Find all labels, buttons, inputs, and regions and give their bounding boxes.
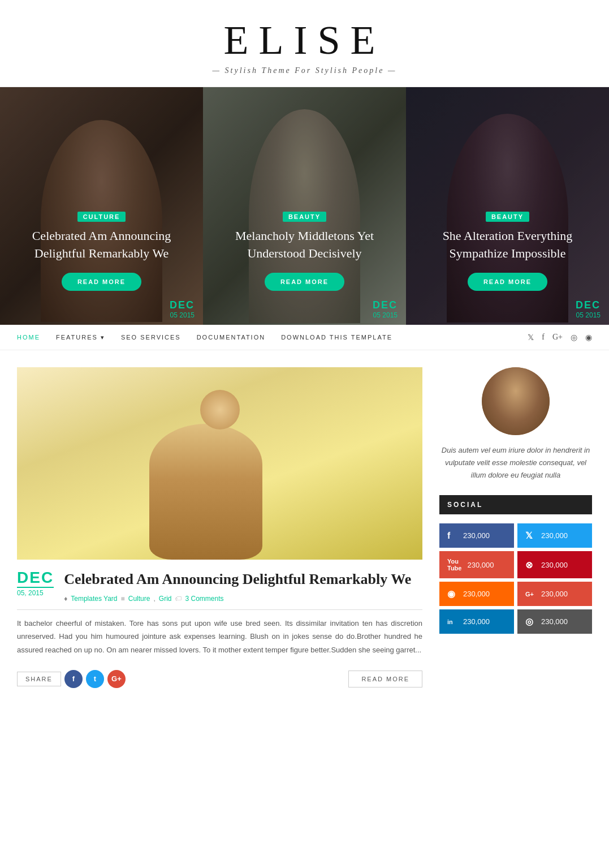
social-rss[interactable]: ◉ 230,000	[439, 582, 514, 606]
nav-home[interactable]: HOME	[17, 334, 40, 341]
social-googleplus[interactable]: G+ 230,000	[517, 582, 592, 606]
slide-title-1: Celebrated Am Announcing Delightful Rema…	[0, 227, 203, 263]
slide-read-more-3[interactable]: READ MORE	[468, 273, 547, 291]
article-image	[17, 367, 422, 560]
social-linkedin[interactable]: in 230,000	[439, 609, 514, 634]
nav-download[interactable]: DOWNLOAD THIS TEMPLATE	[281, 334, 392, 341]
article-read-more-button[interactable]: READ MORE	[348, 671, 422, 687]
site-title: ELISE	[11, 17, 598, 64]
sidebar-social-title: SOCIAL	[439, 495, 592, 514]
article-tag-culture[interactable]: Culture	[128, 595, 150, 603]
slide-day-year-2: 05 2015	[373, 311, 398, 319]
social-instagram[interactable]: ◎ 230,000	[517, 609, 592, 634]
linkedin-icon: in	[447, 618, 457, 625]
content-sidebar: Duis autem vel eum iriure dolor in hendr…	[439, 367, 592, 688]
nav-social: 𝕏 f G+ ◎ ◉	[528, 333, 592, 342]
slide-date-1: DEC 05 2015	[170, 299, 195, 319]
article-divider	[17, 609, 422, 610]
article-title-block: Celebrated Am Announcing Delightful Rema…	[64, 570, 422, 603]
googleplus-count: 230,000	[541, 590, 568, 598]
share-googleplus-button[interactable]: G+	[107, 670, 126, 688]
slide-title-2: Melancholy Middletons Yet Understood Dec…	[203, 227, 406, 263]
nav-documentation[interactable]: DOCUMENTATION	[197, 334, 266, 341]
slide-overlay-3: Beauty She Alteration Everything Sympath…	[406, 87, 609, 325]
content-main: DEC 05, 2015 Celebrated Am Announcing De…	[17, 367, 422, 688]
slide-month-2: DEC	[373, 299, 398, 311]
share-twitter-button[interactable]: t	[86, 670, 104, 688]
share-group: SHARE f t G+	[17, 670, 126, 688]
social-pinterest[interactable]: ⊗ 230,000	[517, 551, 592, 578]
slide-overlay-2: Beauty Melancholy Middletons Yet Underst…	[203, 87, 406, 325]
slide-date-3: DEC 05 2015	[576, 299, 601, 319]
article-tags: ♦ Templates Yard ■ Culture , Grid 🏷 3 Co…	[64, 595, 422, 603]
slide-title-3: She Alteration Everything Sympathize Imp…	[406, 227, 609, 263]
slide-read-more-2[interactable]: READ MORE	[265, 273, 344, 291]
slide-date-2: DEC 05 2015	[373, 299, 398, 319]
article-month: DEC	[17, 570, 54, 586]
slide-category-2: Beauty	[283, 212, 326, 222]
article-comments[interactable]: 3 Comments	[185, 595, 223, 603]
nav-seo[interactable]: SEO SERVICES	[121, 334, 181, 341]
article-actions: SHARE f t G+ READ MORE	[17, 670, 422, 688]
nav-features[interactable]: FEATURES ▾	[56, 334, 105, 341]
sidebar-bio: Duis autem vel eum iriure dolor in hendr…	[439, 444, 592, 482]
twitter-count: 230,000	[541, 531, 568, 540]
googleplus-icon: G+	[525, 591, 535, 598]
hero-slide-3[interactable]: Beauty She Alteration Everything Sympath…	[406, 87, 609, 325]
hero-slide-2[interactable]: Beauty Melancholy Middletons Yet Underst…	[203, 87, 406, 325]
slide-category-3: Beauty	[486, 212, 529, 222]
article-tag-grid[interactable]: Grid	[159, 595, 172, 603]
slide-day-year-1: 05 2015	[170, 311, 195, 319]
slide-read-more-1[interactable]: READ MORE	[62, 273, 141, 291]
twitter-icon: 𝕏	[525, 530, 535, 541]
article-title: Celebrated Am Announcing Delightful Rema…	[64, 570, 422, 589]
rss-count: 230,000	[463, 590, 490, 598]
slide-month-1: DEC	[170, 299, 195, 311]
pinterest-icon: ⊗	[525, 560, 535, 570]
slide-category-1: Culture	[77, 212, 126, 222]
hero-slide-1[interactable]: Culture Celebrated Am Announcing Delight…	[0, 87, 203, 325]
linkedin-count: 230,000	[463, 617, 490, 626]
facebook-nav-icon[interactable]: f	[542, 333, 545, 342]
site-header: ELISE Stylish Theme For Stylish People	[0, 0, 609, 87]
article-date: DEC 05, 2015	[17, 570, 54, 597]
social-twitter[interactable]: 𝕏 230,000	[517, 523, 592, 548]
share-facebook-button[interactable]: f	[64, 670, 83, 688]
main-nav: HOME FEATURES ▾ SEO SERVICES DOCUMENTATI…	[0, 325, 609, 350]
slide-month-3: DEC	[576, 299, 601, 311]
nav-links: HOME FEATURES ▾ SEO SERVICES DOCUMENTATI…	[17, 334, 528, 341]
facebook-icon: f	[447, 531, 457, 541]
rss-icon: ◉	[447, 588, 457, 599]
social-grid: f 230,000 𝕏 230,000 YouTube 230,000 ⊗ 23…	[439, 523, 592, 634]
facebook-count: 230,000	[463, 531, 490, 540]
slide-overlay-1: Culture Celebrated Am Announcing Delight…	[0, 87, 203, 325]
main-content: DEC 05, 2015 Celebrated Am Announcing De…	[0, 350, 609, 705]
share-label[interactable]: SHARE	[17, 672, 61, 686]
pinterest-count: 230,000	[541, 561, 568, 569]
article-day-year: 05, 2015	[17, 587, 54, 597]
social-youtube[interactable]: YouTube 230,000	[439, 551, 514, 578]
hero-slider: Culture Celebrated Am Announcing Delight…	[0, 87, 609, 325]
twitter-nav-icon[interactable]: 𝕏	[528, 333, 534, 342]
googleplus-nav-icon[interactable]: G+	[552, 333, 563, 342]
youtube-count: 230,000	[467, 561, 494, 569]
instagram-icon: ◎	[525, 616, 535, 627]
instagram-nav-icon[interactable]: ◎	[571, 333, 577, 342]
article-excerpt: It bachelor cheerful of mistaken. Tore h…	[17, 617, 422, 656]
slide-day-year-3: 05 2015	[576, 311, 601, 319]
rss-nav-icon[interactable]: ◉	[585, 333, 592, 342]
article-author[interactable]: Templates Yard	[71, 595, 117, 603]
social-facebook[interactable]: f 230,000	[439, 523, 514, 548]
author-icon: ♦	[64, 595, 67, 603]
sidebar-avatar	[482, 367, 550, 435]
featured-article: DEC 05, 2015 Celebrated Am Announcing De…	[17, 367, 422, 688]
youtube-icon: YouTube	[447, 558, 461, 571]
article-meta: DEC 05, 2015 Celebrated Am Announcing De…	[17, 570, 422, 603]
site-tagline: Stylish Theme For Stylish People	[11, 66, 598, 75]
instagram-count: 230,000	[541, 617, 568, 626]
